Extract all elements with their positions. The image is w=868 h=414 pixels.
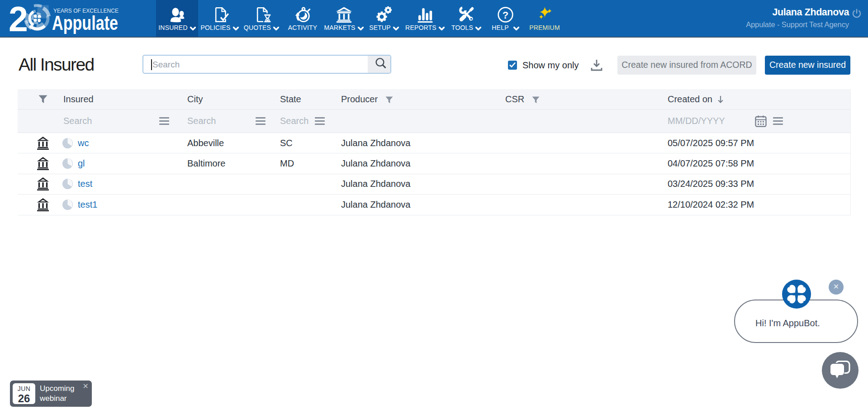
svg-text:?: ? (503, 10, 508, 21)
svg-text:2: 2 (9, 4, 28, 35)
svg-text:Appulate: Appulate (52, 11, 118, 34)
